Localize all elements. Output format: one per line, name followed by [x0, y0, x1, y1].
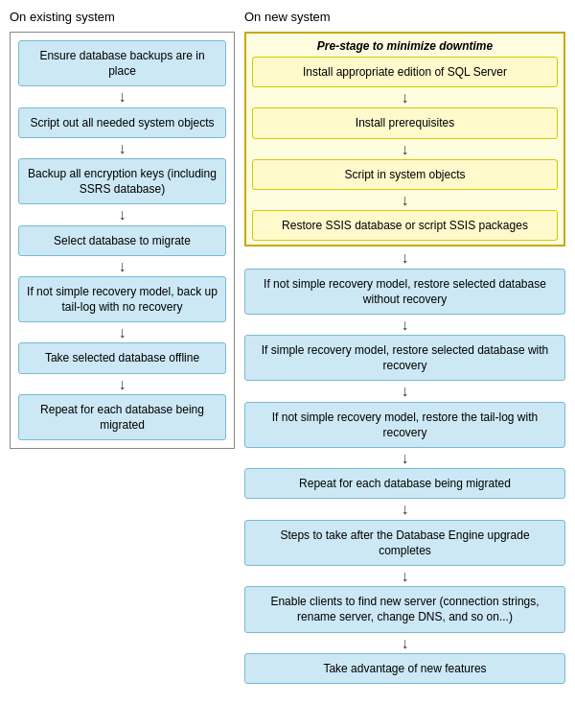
right-box-0: If not simple recovery model, restore se…	[244, 269, 565, 315]
right-box-3: Repeat for each database being migrated	[244, 468, 565, 499]
arrow-left-4: ↓	[18, 323, 226, 341]
left-box-3: Select database to migrate	[18, 225, 226, 256]
arrow-left-2: ↓	[18, 205, 226, 223]
left-step-2: Backup all encryption keys (including SS…	[18, 158, 226, 204]
arrow-left-0: ↓	[18, 87, 226, 106]
prestage-box-1: Install prerequisites	[252, 107, 558, 138]
left-header: On existing system	[10, 10, 235, 24]
arrow-prestage-2: ↓	[252, 191, 558, 209]
left-box-5: Take selected database offline	[18, 342, 226, 373]
right-step-5: Enable clients to find new server (conne…	[244, 586, 565, 632]
left-box-1: Script out all needed system objects	[18, 107, 226, 138]
prestage-step-2: Script in system objects	[252, 159, 558, 190]
right-box-4: Steps to take after the Database Engine …	[244, 520, 565, 566]
right-box-1: If simple recovery model, restore select…	[244, 335, 565, 381]
right-step-2: If not simple recovery model, restore th…	[244, 402, 565, 448]
right-step-6: Take advantage of new features	[244, 653, 565, 684]
left-step-3: Select database to migrate	[18, 225, 226, 256]
right-step-1: If simple recovery model, restore select…	[244, 335, 565, 381]
arrow-left-3: ↓	[18, 257, 226, 275]
left-step-1: Script out all needed system objects	[18, 107, 226, 138]
arrow-left-5: ↓	[18, 375, 226, 393]
left-step-4: If not simple recovery model, back up ta…	[18, 276, 226, 322]
right-step-4: Steps to take after the Database Engine …	[244, 520, 565, 566]
left-step-5: Take selected database offline	[18, 342, 226, 373]
right-header: On new system	[244, 10, 565, 24]
right-step-3: Repeat for each database being migrated	[244, 468, 565, 499]
right-step-0: If not simple recovery model, restore se…	[244, 269, 565, 315]
arrow-prestage-0: ↓	[252, 88, 558, 106]
right-column: On new system Pre-stage to minimize down…	[244, 10, 565, 684]
arrow-right-0: ↓	[244, 248, 565, 267]
left-box-6: Repeat for each database being migrated	[18, 394, 226, 440]
left-box-4: If not simple recovery model, back up ta…	[18, 276, 226, 322]
prestage-box-2: Script in system objects	[252, 159, 558, 190]
arrow-right-2: ↓	[244, 382, 565, 400]
right-box-6: Take advantage of new features	[244, 653, 565, 684]
arrow-right-6: ↓	[244, 634, 565, 652]
right-box-2: If not simple recovery model, restore th…	[244, 402, 565, 448]
prestage-title: Pre-stage to minimize downtime	[252, 39, 558, 53]
left-box-2: Backup all encryption keys (including SS…	[18, 158, 226, 204]
left-flowchart: Ensure database backups are in place ↓ S…	[10, 32, 235, 449]
arrow-right-4: ↓	[244, 500, 565, 518]
arrow-left-1: ↓	[18, 139, 226, 157]
arrow-right-5: ↓	[244, 567, 565, 585]
left-column: On existing system Ensure database backu…	[10, 10, 235, 684]
arrow-prestage-1: ↓	[252, 140, 558, 158]
prestage-box-3: Restore SSIS database or script SSIS pac…	[252, 210, 558, 241]
arrow-right-3: ↓	[244, 449, 565, 467]
left-box-0: Ensure database backups are in place	[18, 40, 226, 86]
arrow-right-1: ↓	[244, 316, 565, 334]
prestage-step-0: Install appropriate edition of SQL Serve…	[252, 57, 558, 87]
prestage-step-3: Restore SSIS database or script SSIS pac…	[252, 210, 558, 241]
prestage-step-1: Install prerequisites	[252, 107, 558, 138]
left-step-0: Ensure database backups are in place	[18, 40, 226, 86]
left-step-6: Repeat for each database being migrated	[18, 394, 226, 440]
right-box-5: Enable clients to find new server (conne…	[244, 586, 565, 632]
prestage-container: Pre-stage to minimize downtime Install a…	[244, 32, 565, 247]
prestage-box-0: Install appropriate edition of SQL Serve…	[252, 57, 558, 87]
